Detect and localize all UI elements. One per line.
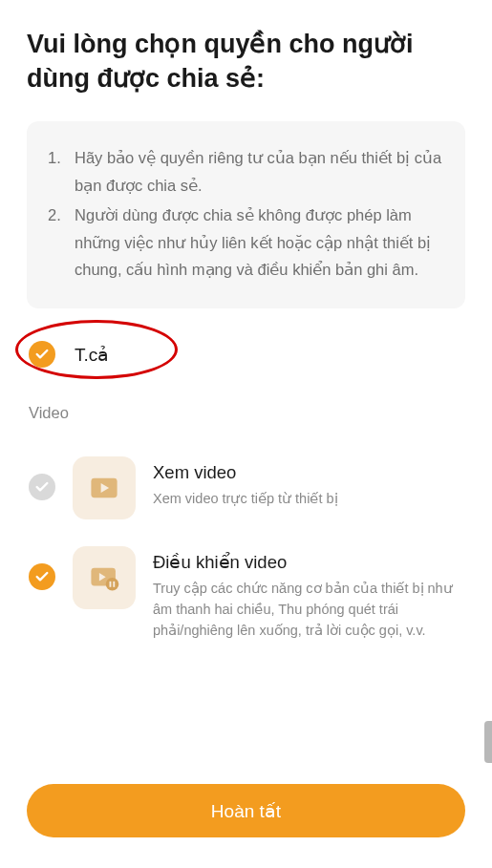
- info-item: Người dùng được chia sẻ không được phép …: [48, 201, 444, 285]
- permission-title: Điều khiển video: [153, 552, 463, 573]
- select-all-label: T.cả: [75, 344, 109, 366]
- checkmark-icon: [29, 474, 55, 500]
- select-all-row[interactable]: T.cả: [27, 335, 465, 385]
- play-pause-video-icon: [73, 546, 136, 609]
- checkmark-icon: [29, 563, 55, 590]
- permission-item-view-video[interactable]: Xem video Xem video trực tiếp từ thiết b…: [27, 443, 465, 533]
- checkmark-icon: [29, 341, 55, 368]
- permission-description: Truy cập các chức năng cơ bản của thiết …: [153, 579, 463, 641]
- info-item: Hãy bảo vệ quyền riêng tư của bạn nếu th…: [48, 144, 444, 200]
- info-box: Hãy bảo vệ quyền riêng tư của bạn nếu th…: [27, 121, 465, 308]
- svg-rect-4: [113, 582, 115, 587]
- svg-point-2: [106, 578, 119, 591]
- play-video-icon: [73, 456, 136, 519]
- complete-button[interactable]: Hoàn tất: [27, 784, 465, 837]
- page-title: Vui lòng chọn quyền cho người dùng được …: [27, 27, 465, 96]
- permission-item-control-video[interactable]: Điều khiển video Truy cập các chức năng …: [27, 533, 465, 654]
- permission-description: Xem video trực tiếp từ thiết bị: [153, 489, 463, 510]
- scroll-indicator[interactable]: [484, 721, 492, 763]
- section-label: Video: [27, 385, 465, 443]
- permission-title: Xem video: [153, 462, 463, 483]
- svg-rect-3: [110, 582, 112, 587]
